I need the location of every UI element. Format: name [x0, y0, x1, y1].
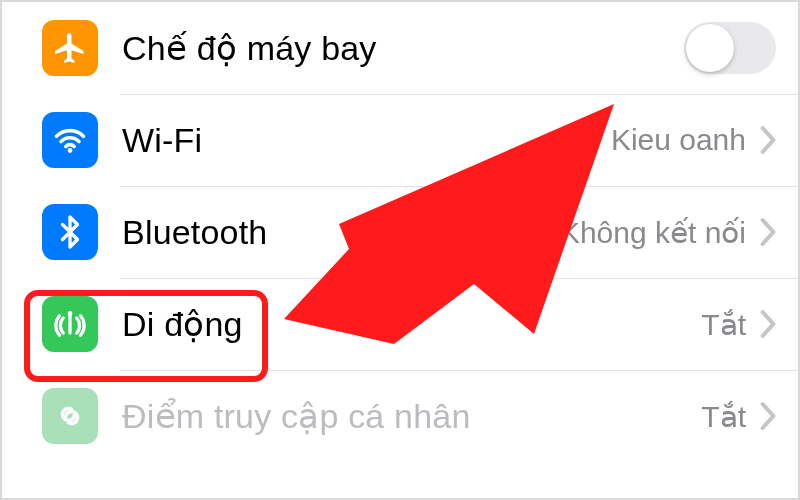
hotspot-value: Tắt	[701, 399, 746, 434]
wifi-icon	[42, 112, 98, 168]
wifi-value: Kieu oanh	[611, 123, 746, 157]
row-wifi[interactable]: Wi-Fi Kieu oanh	[2, 94, 798, 186]
chevron-icon	[760, 125, 776, 155]
bluetooth-icon	[42, 204, 98, 260]
row-airplane-mode[interactable]: Chế độ máy bay	[2, 2, 798, 94]
row-hotspot[interactable]: Điểm truy cập cá nhân Tắt	[2, 370, 798, 462]
cellular-icon	[42, 296, 98, 352]
svg-point-0	[68, 148, 73, 153]
airplane-icon	[42, 20, 98, 76]
hotspot-label: Điểm truy cập cá nhân	[122, 396, 689, 436]
bluetooth-value: Không kết nối	[560, 215, 746, 250]
row-cellular[interactable]: Di động Tắt	[2, 278, 798, 370]
chevron-icon	[760, 217, 776, 247]
chevron-icon	[760, 309, 776, 339]
svg-point-1	[68, 311, 73, 316]
bluetooth-label: Bluetooth	[122, 213, 548, 252]
hotspot-icon	[42, 388, 98, 444]
airplane-toggle[interactable]	[684, 22, 776, 74]
airplane-label: Chế độ máy bay	[122, 28, 672, 68]
row-bluetooth[interactable]: Bluetooth Không kết nối	[2, 186, 798, 278]
cellular-value: Tắt	[701, 307, 746, 342]
chevron-icon	[760, 401, 776, 431]
settings-list: Chế độ máy bay Wi-Fi Kieu oanh Bluetooth…	[2, 2, 798, 462]
wifi-label: Wi-Fi	[122, 121, 599, 160]
cellular-label: Di động	[122, 304, 689, 344]
